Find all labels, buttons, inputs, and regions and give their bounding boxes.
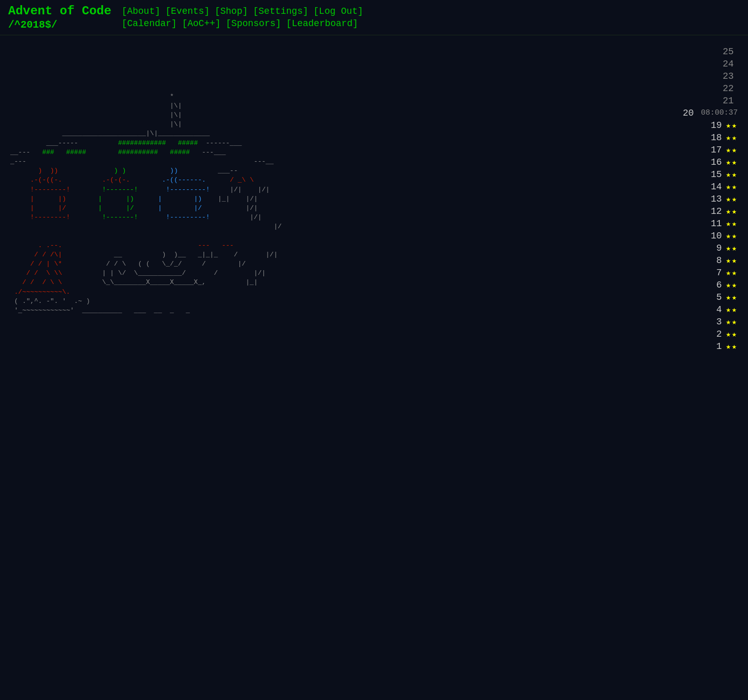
- day-10[interactable]: 10 ★★: [666, 230, 743, 242]
- day-7[interactable]: 7 ★★: [666, 267, 743, 279]
- nav-leaderboard[interactable]: [Leaderboard]: [286, 18, 358, 29]
- day-number-3: 3: [707, 317, 722, 327]
- site-year: /^2018$/: [8, 19, 112, 31]
- day-number-18: 18: [707, 133, 722, 143]
- day-23[interactable]: 23: [666, 70, 743, 82]
- nav-calendar[interactable]: [Calendar]: [122, 18, 177, 29]
- day-14[interactable]: 14 ★★: [666, 181, 743, 193]
- main-nav: [About] [Events] [Shop] [Settings] [Log …: [122, 4, 363, 29]
- day-number-13: 13: [707, 194, 722, 204]
- day-8[interactable]: 8 ★★: [666, 254, 743, 267]
- nav-shop[interactable]: [Shop]: [215, 6, 248, 16]
- day-25[interactable]: 25: [666, 46, 743, 58]
- day-number-7: 7: [707, 268, 722, 278]
- main-container: * |\| |\| |\| _____________________|\|__…: [0, 35, 748, 363]
- day-24[interactable]: 24: [666, 58, 743, 70]
- day-stars-2: ★★: [726, 329, 738, 339]
- day-stars-18: ★★: [726, 133, 738, 143]
- day-9[interactable]: 9 ★★: [666, 242, 743, 254]
- day-number-5: 5: [707, 292, 722, 302]
- day-stars-1: ★★: [726, 341, 738, 352]
- day-stars-4: ★★: [726, 304, 738, 315]
- day-12[interactable]: 12 ★★: [666, 205, 743, 217]
- day-1[interactable]: 1 ★★: [666, 340, 743, 353]
- day-number-1: 1: [707, 341, 722, 352]
- day-number-6: 6: [707, 280, 722, 290]
- day-20[interactable]: 20 08:00:37: [666, 107, 743, 119]
- nav-aocpp[interactable]: [AoC++]: [182, 18, 221, 29]
- day-stars-5: ★★: [726, 292, 738, 302]
- day-6[interactable]: 6 ★★: [666, 279, 743, 291]
- day-19[interactable]: 19 ★★: [666, 119, 743, 132]
- day-number-17: 17: [707, 145, 722, 155]
- nav-settings[interactable]: [Settings]: [253, 6, 309, 16]
- day-4[interactable]: 4 ★★: [666, 303, 743, 316]
- brand: Advent of Code /^2018$/: [8, 4, 112, 31]
- day-number-23: 23: [718, 71, 734, 81]
- day-stars-3: ★★: [726, 317, 738, 327]
- calendar-ascii-art: * |\| |\| |\| _____________________|\|__…: [0, 40, 666, 358]
- day-number-24: 24: [718, 59, 734, 69]
- day-11[interactable]: 11 ★★: [666, 217, 743, 230]
- day-number-25: 25: [718, 47, 734, 57]
- site-title: Advent of Code: [8, 4, 112, 19]
- nav-sponsors[interactable]: [Sponsors]: [226, 18, 281, 29]
- day-stars-10: ★★: [726, 231, 738, 241]
- day-number-8: 8: [707, 255, 722, 266]
- day-number-19: 19: [707, 120, 722, 130]
- day-stars-14: ★★: [726, 182, 738, 192]
- day-stars-15: ★★: [726, 169, 738, 180]
- day-stars-9: ★★: [726, 243, 738, 253]
- day-list: 25 24 23 22 21 20 08:00:37 19 ★★ 18: [666, 40, 748, 358]
- day-number-20: 20: [678, 108, 694, 118]
- day-stars-17: ★★: [726, 145, 738, 155]
- day-number-10: 10: [707, 231, 722, 241]
- day-number-15: 15: [707, 169, 722, 180]
- day-number-14: 14: [707, 182, 722, 192]
- day-number-16: 16: [707, 157, 722, 167]
- day-13[interactable]: 13 ★★: [666, 193, 743, 205]
- day-2[interactable]: 2 ★★: [666, 328, 743, 340]
- nav-logout[interactable]: [Log Out]: [314, 6, 363, 16]
- day-5[interactable]: 5 ★★: [666, 291, 743, 303]
- day-stars-13: ★★: [726, 194, 738, 204]
- day-21[interactable]: 21: [666, 95, 743, 107]
- day-stars-8: ★★: [726, 255, 738, 266]
- day-number-21: 21: [718, 96, 734, 106]
- day-stars-11: ★★: [726, 218, 738, 229]
- day-number-12: 12: [707, 206, 722, 216]
- site-header: Advent of Code /^2018$/ [About] [Events]…: [0, 0, 748, 35]
- day-number-4: 4: [707, 304, 722, 315]
- day-22[interactable]: 22: [666, 82, 743, 95]
- day-stars-7: ★★: [726, 268, 738, 278]
- nav-events[interactable]: [Events]: [165, 6, 209, 16]
- day-number-9: 9: [707, 243, 722, 253]
- day-stars-16: ★★: [726, 157, 738, 167]
- day-17[interactable]: 17 ★★: [666, 144, 743, 156]
- day-number-2: 2: [707, 329, 722, 339]
- day-stars-6: ★★: [726, 280, 738, 290]
- day-timer-20: 08:00:37: [701, 108, 738, 117]
- nav-row-1: [About] [Events] [Shop] [Settings] [Log …: [122, 6, 363, 16]
- day-16[interactable]: 16 ★★: [666, 156, 743, 168]
- nav-row-2: [Calendar] [AoC++] [Sponsors] [Leaderboa…: [122, 18, 363, 29]
- day-stars-12: ★★: [726, 206, 738, 216]
- day-number-11: 11: [707, 218, 722, 229]
- day-3[interactable]: 3 ★★: [666, 316, 743, 328]
- day-18[interactable]: 18 ★★: [666, 132, 743, 144]
- day-number-22: 22: [718, 83, 734, 94]
- nav-about[interactable]: [About]: [122, 6, 161, 16]
- day-stars-19: ★★: [726, 120, 738, 130]
- day-15[interactable]: 15 ★★: [666, 168, 743, 181]
